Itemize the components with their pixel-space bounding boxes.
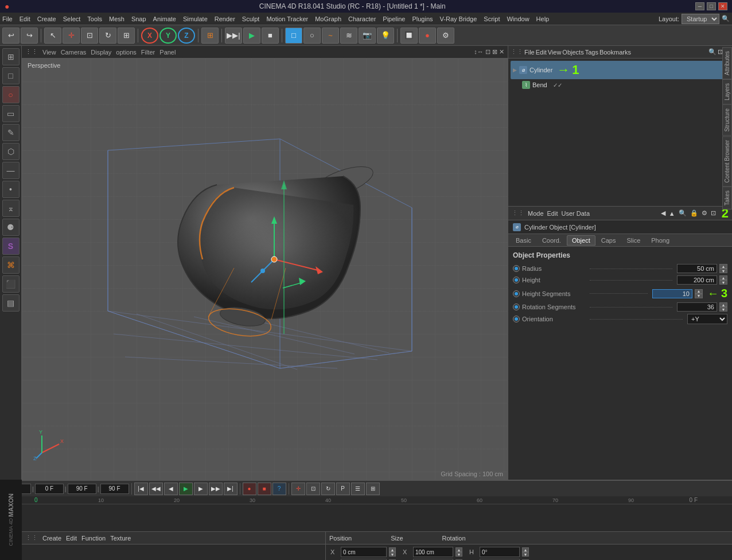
- scale-tool-transport[interactable]: ⊡: [306, 483, 320, 495]
- ch-up[interactable]: ▲: [522, 547, 529, 552]
- render-view-btn[interactable]: 🔲: [400, 28, 418, 44]
- timeline-tracks[interactable]: [0, 504, 732, 531]
- rectangle-select-btn[interactable]: ▭: [2, 105, 20, 122]
- tab-caps[interactable]: Caps: [596, 235, 621, 246]
- height-spin-down[interactable]: ▼: [719, 280, 727, 285]
- anim-tool-3[interactable]: ⊞: [366, 483, 380, 495]
- sculpt-tool-btn[interactable]: ⌘: [2, 256, 20, 274]
- move-btn[interactable]: ✛: [63, 28, 80, 44]
- objects-tab-tags[interactable]: Tags: [585, 49, 598, 56]
- redo-btn[interactable]: ↪: [21, 28, 38, 44]
- menu-mograph[interactable]: MoGraph: [315, 15, 341, 22]
- menu-render[interactable]: Render: [215, 15, 235, 22]
- prop-orient-radio[interactable]: [513, 316, 520, 322]
- prop-radius-value[interactable]: [677, 264, 717, 273]
- play-btn[interactable]: ▶: [243, 28, 260, 44]
- viewport-layout-btn[interactable]: ⊞: [2, 48, 20, 65]
- mat-create[interactable]: Create: [42, 535, 61, 542]
- move-tool-transport[interactable]: ✛: [291, 483, 305, 495]
- rsegs-spin-down[interactable]: ▼: [719, 307, 727, 312]
- menu-character[interactable]: Character: [348, 15, 376, 22]
- floor-btn[interactable]: ▤: [2, 294, 20, 312]
- tree-item-cylinder[interactable]: ▶ ⌀ Cylinder → 1: [511, 61, 730, 79]
- rs-tab-layers[interactable]: Layers: [722, 79, 732, 104]
- cx-up[interactable]: ▲: [389, 547, 396, 552]
- transform-btn[interactable]: ⊞: [118, 28, 135, 44]
- attrs-expand-icon[interactable]: ⊡: [711, 209, 716, 217]
- objects-tab-edit[interactable]: Edit: [536, 49, 547, 56]
- menu-create[interactable]: Create: [37, 15, 56, 22]
- search-icon[interactable]: 🔍: [722, 15, 730, 22]
- prop-rsegs-radio[interactable]: [513, 304, 520, 310]
- go-start-btn[interactable]: |◀: [134, 483, 148, 495]
- select-btn[interactable]: ↖: [44, 28, 61, 44]
- objects-tab-objects[interactable]: Objects: [562, 49, 583, 56]
- record-help-btn[interactable]: ?: [272, 483, 286, 495]
- tree-item-bend[interactable]: ⌇ Bend ✓✓: [520, 79, 730, 91]
- rs-tab-attributes[interactable]: Attributes: [722, 47, 732, 79]
- go-end-btn[interactable]: ▶|: [224, 483, 237, 495]
- deform-btn[interactable]: ≋: [340, 28, 357, 44]
- rotate-tool-transport[interactable]: ↻: [321, 483, 335, 495]
- objects-tab-view[interactable]: View: [548, 49, 562, 56]
- polygon-select-btn[interactable]: ⬡: [2, 143, 20, 160]
- coords-x-size[interactable]: [413, 547, 453, 557]
- menu-animate[interactable]: Animate: [153, 15, 176, 22]
- menu-pipeline[interactable]: Pipeline: [383, 15, 405, 22]
- attrs-edit[interactable]: Edit: [547, 210, 558, 217]
- prev-key-btn[interactable]: ◀◀: [149, 483, 163, 495]
- paint-btn[interactable]: ⬛: [2, 275, 20, 293]
- menu-plugins[interactable]: Plugins: [412, 15, 433, 22]
- lasso-select-btn[interactable]: ✎: [2, 124, 20, 141]
- world-btn[interactable]: ⊞: [201, 28, 219, 44]
- layout-dropdown[interactable]: Startup: [682, 14, 719, 24]
- tab-object[interactable]: Object: [567, 235, 595, 246]
- menu-simulate[interactable]: Simulate: [183, 15, 208, 22]
- spline-btn[interactable]: ~: [322, 28, 339, 44]
- menu-vray[interactable]: V-Ray Bridge: [440, 15, 477, 22]
- prop-hsegs-value[interactable]: [652, 289, 692, 298]
- radius-spin-down[interactable]: ▼: [719, 269, 727, 273]
- vp-display-menu[interactable]: Display: [91, 49, 111, 56]
- anim-tool-2[interactable]: ☰: [351, 483, 365, 495]
- anim-tool-1[interactable]: P: [336, 483, 350, 495]
- prop-orient-select[interactable]: +Y +X +Z -X -Y -Z: [687, 314, 727, 324]
- rs-tab-structure[interactable]: Structure: [722, 104, 732, 136]
- menu-window[interactable]: Window: [507, 15, 529, 22]
- rotate-btn[interactable]: ↻: [99, 28, 116, 44]
- objects-tab-bookmarks[interactable]: Bookmarks: [599, 49, 631, 56]
- vp-options-menu[interactable]: options: [116, 49, 136, 56]
- viewport-canvas[interactable]: Perspective: [22, 59, 508, 480]
- menu-tools[interactable]: Tools: [87, 15, 102, 22]
- camera-btn[interactable]: 📷: [359, 28, 376, 44]
- prop-radius-radio[interactable]: [513, 265, 520, 272]
- x-axis-btn[interactable]: X: [141, 28, 158, 44]
- menu-motion-tracker[interactable]: Motion Tracker: [266, 15, 308, 22]
- record-dot-btn[interactable]: ●: [243, 483, 256, 495]
- mat-function[interactable]: Function: [81, 535, 106, 542]
- radius-spin-up[interactable]: ▲: [719, 264, 727, 269]
- menu-edit[interactable]: Edit: [20, 15, 30, 22]
- viewport-single-btn[interactable]: □: [2, 67, 20, 84]
- record-btn[interactable]: ▶▶|: [225, 28, 242, 44]
- tab-phong[interactable]: Phong: [646, 235, 675, 246]
- objects-search-icon[interactable]: 🔍: [708, 48, 717, 56]
- menu-file[interactable]: File: [2, 15, 13, 22]
- cx-down[interactable]: ▼: [389, 552, 396, 557]
- menu-select[interactable]: Select: [63, 15, 81, 22]
- rsegs-spin-up[interactable]: ▲: [719, 302, 727, 307]
- scale-btn[interactable]: ⊡: [81, 28, 98, 44]
- cube-btn[interactable]: □: [285, 28, 302, 44]
- frame-end-a-input[interactable]: [68, 484, 96, 494]
- mat-texture[interactable]: Texture: [110, 535, 131, 542]
- menu-snap[interactable]: Snap: [131, 15, 146, 22]
- cxs-down[interactable]: ▼: [455, 552, 462, 557]
- vp-view-menu[interactable]: View: [42, 49, 56, 56]
- point-select-btn[interactable]: •: [2, 181, 20, 198]
- menu-sculpt[interactable]: Sculpt: [242, 15, 260, 22]
- render-pic-btn[interactable]: ●: [419, 28, 436, 44]
- prev-frame-btn[interactable]: ◀: [164, 483, 178, 495]
- ch-down[interactable]: ▼: [522, 552, 529, 557]
- light-btn[interactable]: 💡: [377, 28, 394, 44]
- tab-coord[interactable]: Coord.: [537, 235, 566, 246]
